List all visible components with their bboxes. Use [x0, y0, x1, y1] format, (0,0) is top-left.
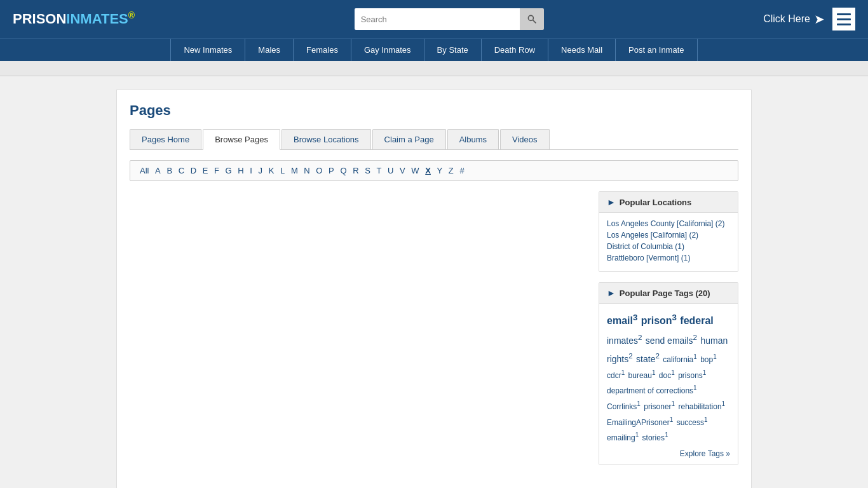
- nav-link-by-state[interactable]: By State: [424, 39, 481, 61]
- location-link[interactable]: Los Angeles [California] (2): [607, 231, 730, 240]
- menu-button[interactable]: [832, 8, 855, 30]
- tab-videos[interactable]: Videos: [500, 129, 550, 149]
- alpha-link-m[interactable]: M: [289, 166, 300, 175]
- tag-link[interactable]: emailing1: [607, 433, 639, 442]
- tag-link[interactable]: EmailingAPrisoner1: [607, 418, 673, 427]
- alpha-link-s[interactable]: S: [363, 166, 372, 175]
- tag-link[interactable]: california1: [663, 355, 697, 364]
- alpha-link-h[interactable]: H: [236, 166, 245, 175]
- alpha-link-r[interactable]: R: [351, 166, 360, 175]
- search-icon: [527, 14, 537, 24]
- tags-cloud: email3 prison3 federal inmates2 send ema…: [607, 310, 730, 445]
- tag-link[interactable]: send emails2: [646, 336, 697, 346]
- nav-item-gay-inmates: Gay Inmates: [351, 39, 424, 61]
- tab-albums[interactable]: Albums: [447, 129, 499, 149]
- alpha-link-a[interactable]: A: [153, 166, 163, 175]
- alpha-link-l[interactable]: L: [278, 166, 287, 175]
- nav-item-by-state: By State: [424, 39, 482, 61]
- search-button[interactable]: [520, 8, 544, 30]
- main-content: [130, 191, 586, 475]
- alpha-link-f[interactable]: F: [212, 166, 221, 175]
- tabs-container: Pages HomeBrowse PagesBrowse LocationsCl…: [130, 129, 738, 150]
- svg-point-0: [528, 15, 533, 20]
- nav-item-post-an-inmate: Post an Inmate: [616, 39, 697, 61]
- alpha-link-d[interactable]: D: [189, 166, 198, 175]
- click-here-arrow: ➤: [814, 11, 825, 27]
- popular-locations-header: ► Popular Locations: [599, 192, 738, 213]
- nav-item-new-inmates: New Inmates: [170, 39, 245, 61]
- alpha-link-#[interactable]: #: [458, 166, 466, 175]
- nav-link-gay-inmates[interactable]: Gay Inmates: [351, 39, 424, 61]
- nav-link-needs-mail[interactable]: Needs Mail: [548, 39, 615, 61]
- alpha-link-t[interactable]: T: [374, 166, 383, 175]
- tag-link[interactable]: federal: [680, 315, 713, 326]
- tag-link[interactable]: doc1: [659, 371, 675, 380]
- sidebar: ► Popular Locations Los Angeles County […: [599, 191, 738, 475]
- nav-link-post-an-inmate[interactable]: Post an Inmate: [616, 39, 696, 61]
- menu-bar-2: [837, 18, 851, 20]
- alpha-link-j[interactable]: J: [257, 166, 265, 175]
- alpha-link-q[interactable]: Q: [338, 166, 348, 175]
- alpha-link-g[interactable]: G: [224, 166, 234, 175]
- alpha-link-c[interactable]: C: [177, 166, 186, 175]
- main-wrapper: Pages Pages HomeBrowse PagesBrowse Locat…: [0, 76, 868, 488]
- alpha-link-x[interactable]: X: [423, 166, 433, 175]
- logo[interactable]: PRISONINMATES®: [13, 10, 135, 27]
- popular-locations-arrow-icon: ►: [607, 197, 616, 207]
- location-link[interactable]: Brattleboro [Vermont] (1): [607, 254, 730, 262]
- tag-link[interactable]: prisons1: [678, 371, 706, 380]
- nav-link-new-inmates[interactable]: New Inmates: [171, 39, 245, 61]
- alpha-link-e[interactable]: E: [201, 166, 210, 175]
- tag-link[interactable]: success1: [677, 418, 708, 427]
- tag-link[interactable]: Corrlinks1: [607, 402, 641, 411]
- popular-locations-title: Popular Locations: [620, 198, 691, 207]
- alpha-link-v[interactable]: V: [398, 166, 407, 175]
- logo-prison-text: PRISON: [13, 11, 66, 27]
- tags-cloud-container: email3 prison3 federal inmates2 send ema…: [599, 304, 738, 464]
- search-input[interactable]: [355, 8, 520, 30]
- menu-bar-3: [837, 24, 851, 25]
- alpha-link-all[interactable]: All: [138, 166, 151, 175]
- alpha-link-k[interactable]: K: [267, 166, 276, 175]
- tag-link[interactable]: department of corrections1: [607, 386, 697, 395]
- popular-tags-title: Popular Page Tags (20): [620, 288, 710, 298]
- tag-link[interactable]: rehabilitation1: [679, 402, 726, 411]
- header-right: Click Here ➤: [763, 8, 855, 30]
- explore-tags-link[interactable]: Explore Tags »: [607, 449, 730, 458]
- alpha-link-b[interactable]: B: [165, 166, 174, 175]
- alpha-link-n[interactable]: N: [302, 166, 311, 175]
- tag-link[interactable]: state2: [636, 354, 660, 364]
- tab-browse-pages[interactable]: Browse Pages: [203, 129, 280, 150]
- tag-link[interactable]: bureau1: [628, 371, 656, 380]
- alpha-link-w[interactable]: W: [409, 166, 421, 175]
- tab-browse-locations[interactable]: Browse Locations: [281, 129, 371, 149]
- header: PRISONINMATES® Click Here ➤: [0, 0, 868, 38]
- tag-link[interactable]: prisoner1: [644, 402, 675, 411]
- sub-nav: [0, 61, 868, 76]
- tag-link[interactable]: inmates2: [607, 336, 642, 346]
- nav-item-death-row: Death Row: [482, 39, 548, 61]
- alpha-link-o[interactable]: O: [314, 166, 324, 175]
- popular-locations-box: ► Popular Locations Los Angeles County […: [599, 191, 738, 272]
- tab-pages-home[interactable]: Pages Home: [130, 129, 201, 149]
- tag-link[interactable]: stories1: [642, 433, 668, 442]
- nav-item-needs-mail: Needs Mail: [548, 39, 616, 61]
- location-link[interactable]: Los Angeles County [California] (2): [607, 219, 730, 228]
- location-link[interactable]: District of Columbia (1): [607, 242, 730, 251]
- alpha-link-y[interactable]: Y: [435, 166, 445, 175]
- alpha-link-u[interactable]: U: [386, 166, 395, 175]
- tab-claim-a-page[interactable]: Claim a Page: [372, 129, 446, 149]
- tag-link[interactable]: prison3: [641, 315, 677, 326]
- alpha-link-i[interactable]: I: [248, 166, 254, 175]
- nav-list: New InmatesMalesFemalesGay InmatesBy Sta…: [0, 39, 868, 61]
- tag-link[interactable]: cdcr1: [607, 371, 625, 380]
- click-here-label: Click Here: [763, 13, 810, 25]
- tag-link[interactable]: bop1: [700, 355, 717, 364]
- tag-link[interactable]: email3: [607, 315, 637, 326]
- content-box: Pages Pages HomeBrowse PagesBrowse Locat…: [116, 89, 752, 488]
- nav-link-females[interactable]: Females: [294, 39, 351, 61]
- alpha-link-p[interactable]: P: [327, 166, 336, 175]
- nav-link-death-row[interactable]: Death Row: [482, 39, 548, 61]
- nav-link-males[interactable]: Males: [245, 39, 293, 61]
- alpha-link-z[interactable]: Z: [447, 166, 456, 175]
